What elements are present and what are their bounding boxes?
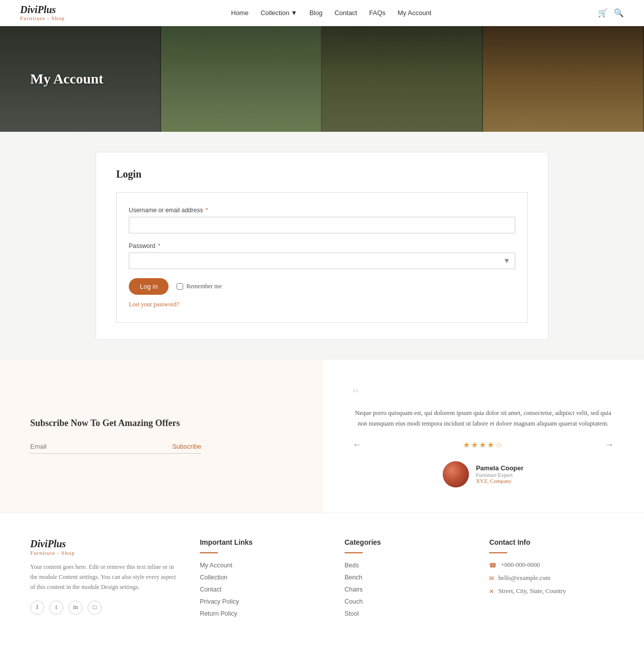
author-avatar-image <box>443 461 469 487</box>
contact-email: ✉ hello@example.com <box>489 574 614 582</box>
footer-brand-name: DiviPlus <box>30 538 180 550</box>
contact-info-title: Contact Info <box>489 538 614 546</box>
password-input[interactable] <box>129 253 515 269</box>
facebook-icon[interactable]: f <box>30 601 44 615</box>
testimonial-text: Neque porro quisquam est, qui dolorem ip… <box>353 408 614 430</box>
chevron-down-icon: ▼ <box>291 9 297 17</box>
testimonial-section: “ Neque porro quisquam est, qui dolorem … <box>322 360 645 513</box>
linkedin-icon[interactable]: in <box>68 601 83 615</box>
link-collection[interactable]: Collection <box>200 574 227 581</box>
testimonial-nav: ← ★★★★☆ → <box>353 440 614 450</box>
login-button[interactable]: Log in <box>129 278 169 295</box>
form-actions: Log in Remember me <box>129 278 515 295</box>
subscribe-section: Subscribe Now To Get Amazing Offers Subs… <box>0 360 322 513</box>
list-item: Privacy Policy <box>200 598 325 606</box>
nav-item-my-account[interactable]: My Account <box>397 9 431 17</box>
important-links-title: Important Links <box>200 538 325 546</box>
cat-beds[interactable]: Beds <box>345 562 359 569</box>
nav-links: Home Collection ▼ Blog Contact FAQs My A… <box>231 9 431 17</box>
categories-title: Categories <box>345 538 469 546</box>
footer-brand-col: DiviPlus Furniture - Shop Your content g… <box>30 538 180 622</box>
username-input[interactable] <box>129 217 515 233</box>
footer-contact-col: Contact Info ☎ +000-000-0000 ✉ hello@exa… <box>489 538 614 622</box>
footer: DiviPlus Furniture - Shop Your content g… <box>0 513 644 647</box>
username-field-group: Username or email address * <box>129 207 515 233</box>
password-field-group: Password * ▼ <box>129 242 515 269</box>
footer-divider-links <box>200 552 218 553</box>
footer-description: Your content goes here. Edit or remove t… <box>30 562 180 593</box>
link-contact[interactable]: Contact <box>200 586 221 593</box>
nav-item-contact[interactable]: Contact <box>335 9 357 17</box>
hero-banner: My Account <box>0 26 644 132</box>
author-avatar <box>443 461 469 487</box>
testimonial-prev-arrow[interactable]: ← <box>353 440 362 450</box>
cart-icon[interactable]: 🛒 <box>598 8 608 18</box>
list-item: Chairs <box>345 585 469 594</box>
cat-couch[interactable]: Couch <box>345 598 363 605</box>
author-company: XYZ, Company <box>476 478 524 484</box>
footer-categories-col: Categories Beds Bench Chairs Couch Stool <box>345 538 469 622</box>
cat-chairs[interactable]: Chairs <box>345 586 363 593</box>
subscribe-button[interactable]: Subscribe <box>172 441 201 452</box>
nav-item-home[interactable]: Home <box>231 9 249 17</box>
list-item: Couch <box>345 598 469 606</box>
nav-icons: 🛒 🔍 <box>598 8 624 18</box>
remember-me-checkbox[interactable] <box>177 283 183 290</box>
brand-name: DiviPlus <box>20 4 65 15</box>
list-item: Bench <box>345 573 469 581</box>
search-icon[interactable]: 🔍 <box>614 8 624 18</box>
instagram-icon[interactable]: □ <box>88 601 102 615</box>
brand-logo[interactable]: DiviPlus Furniture - Shop <box>20 4 65 21</box>
nav-item-blog[interactable]: Blog <box>309 9 323 17</box>
hero-panel-4 <box>483 26 644 132</box>
important-links-list: My Account Collection Contact Privacy Po… <box>200 561 325 618</box>
hero-title: My Account <box>30 71 103 87</box>
list-item: Stool <box>345 610 469 618</box>
location-icon: ✕ <box>489 588 494 596</box>
subscribe-title: Subscribe Now To Get Amazing Offers <box>30 418 292 429</box>
list-item: Return Policy <box>200 610 325 618</box>
email-input[interactable] <box>30 441 172 452</box>
cat-bench[interactable]: Bench <box>345 574 362 581</box>
contact-phone: ☎ +000-000-0000 <box>489 561 614 569</box>
forgot-password-link[interactable]: Lost your password? <box>129 301 515 308</box>
password-wrapper: ▼ <box>129 253 515 269</box>
subscribe-form: Subscribe <box>30 441 201 454</box>
link-privacy-policy[interactable]: Privacy Policy <box>200 598 239 605</box>
footer-divider-categories <box>345 552 363 553</box>
categories-list: Beds Bench Chairs Couch Stool <box>345 561 469 618</box>
link-my-account[interactable]: My Account <box>200 562 232 569</box>
footer-grid: DiviPlus Furniture - Shop Your content g… <box>30 538 614 622</box>
list-item: My Account <box>200 561 325 569</box>
author-role: Furniture Expert <box>476 472 524 478</box>
required-star-pw: * <box>158 242 160 249</box>
list-item: Collection <box>200 573 325 581</box>
login-form: Username or email address * Password * ▼… <box>116 192 528 323</box>
hero-panel-3 <box>322 26 483 132</box>
testimonial-author: Pamela Cooper Furniture Expert XYZ, Comp… <box>353 461 614 487</box>
author-name: Pamela Cooper <box>476 464 524 472</box>
login-card: Login Username or email address * Passwo… <box>96 152 548 340</box>
link-return-policy[interactable]: Return Policy <box>200 610 237 617</box>
cat-stool[interactable]: Stool <box>345 610 359 617</box>
main-content: Login Username or email address * Passwo… <box>0 132 644 360</box>
contact-address: ✕ Street, City, State, Country <box>489 588 614 596</box>
author-info: Pamela Cooper Furniture Expert XYZ, Comp… <box>476 464 524 484</box>
testimonial-stars: ★★★★☆ <box>463 440 503 450</box>
phone-icon: ☎ <box>489 562 497 569</box>
footer-social: f t in □ <box>30 601 180 615</box>
remember-me-label[interactable]: Remember me <box>177 283 221 290</box>
twitter-icon[interactable]: t <box>49 601 63 615</box>
password-label: Password * <box>129 242 515 249</box>
testimonial-next-arrow[interactable]: → <box>605 440 614 450</box>
list-item: Beds <box>345 561 469 569</box>
quote-icon: “ <box>353 385 614 402</box>
toggle-password-icon[interactable]: ▼ <box>503 257 510 265</box>
nav-item-faqs[interactable]: FAQs <box>369 9 386 17</box>
hero-panel-2 <box>161 26 322 132</box>
footer-links-col: Important Links My Account Collection Co… <box>200 538 325 622</box>
required-star: * <box>206 207 208 214</box>
username-label: Username or email address * <box>129 207 515 214</box>
nav-item-collection[interactable]: Collection ▼ <box>261 9 297 17</box>
login-title: Login <box>116 169 528 180</box>
